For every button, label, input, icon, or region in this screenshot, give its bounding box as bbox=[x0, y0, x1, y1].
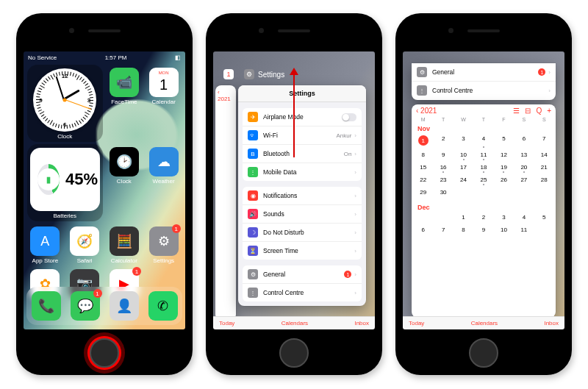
day-cell[interactable]: 4 bbox=[473, 133, 493, 148]
day-cell[interactable]: 15 bbox=[413, 162, 433, 173]
day-cell[interactable]: 7 bbox=[433, 224, 453, 235]
day-cell[interactable]: 9 bbox=[433, 149, 453, 160]
chevron-right-icon: › bbox=[548, 88, 551, 94]
home-button[interactable] bbox=[279, 338, 309, 368]
day-cell[interactable]: 21 bbox=[534, 162, 554, 173]
calendar-card-peek[interactable]: ‹ 2021 bbox=[215, 85, 236, 321]
day-cell[interactable]: 11 bbox=[514, 224, 534, 235]
day-cell[interactable]: 14 bbox=[534, 149, 554, 160]
day-cell[interactable]: 13 bbox=[514, 149, 534, 160]
toggle[interactable] bbox=[342, 113, 356, 121]
tab-inbox[interactable]: Inbox bbox=[544, 320, 559, 326]
tab-inbox[interactable]: Inbox bbox=[354, 320, 369, 326]
dock[interactable]: 📞💬1👤✆ bbox=[26, 287, 182, 325]
day-cell[interactable]: 20 bbox=[514, 162, 534, 173]
day-cell[interactable]: 18 bbox=[473, 162, 493, 173]
app-app-store[interactable]: AApp Store bbox=[27, 224, 63, 264]
day-cell[interactable]: 3 bbox=[494, 212, 514, 223]
settings-row-general[interactable]: ⚙General1› bbox=[412, 63, 556, 82]
day-cell[interactable]: 8 bbox=[413, 149, 433, 160]
day-cell[interactable]: 29 bbox=[413, 187, 433, 198]
app-switcher[interactable]: ⚙General1›⋮Control Centre› ‹ 2021 ☰⊟Q+ M… bbox=[403, 51, 564, 329]
app-icon: 📹 bbox=[110, 68, 139, 97]
app-facetime[interactable]: 📹FaceTime bbox=[107, 65, 143, 142]
settings-row-mobile-data[interactable]: ⋮Mobile Data› bbox=[243, 163, 362, 181]
tab-calendars[interactable]: Calendars bbox=[471, 320, 498, 326]
day-cell[interactable]: 16 bbox=[433, 162, 453, 173]
dock-app-phone[interactable]: 📞 bbox=[32, 291, 61, 321]
day-cell[interactable]: 10 bbox=[494, 224, 514, 235]
settings-row-control-centre[interactable]: ⋮Control Centre› bbox=[243, 284, 362, 301]
dock-app-contacts[interactable]: 👤 bbox=[110, 291, 139, 321]
settings-card-top[interactable]: ⚙General1›⋮Control Centre› bbox=[412, 63, 556, 100]
day-cell[interactable]: 22 bbox=[413, 174, 433, 185]
day-cell[interactable]: 11 bbox=[473, 149, 493, 160]
day-cell[interactable]: 4 bbox=[514, 212, 534, 223]
day-cell[interactable]: 24 bbox=[453, 174, 473, 185]
calendar-card[interactable]: ‹ 2021 ☰⊟Q+ MTWTFSS Nov12345678910111213… bbox=[412, 104, 556, 318]
day-cell[interactable]: 5 bbox=[534, 212, 554, 223]
settings-row-bluetooth[interactable]: BBluetoothOn› bbox=[243, 145, 362, 163]
settings-row-do-not-disturb[interactable]: ☽Do Not Disturb› bbox=[243, 224, 362, 242]
cal-tool-1[interactable]: ⊟ bbox=[525, 107, 531, 115]
day-cell[interactable]: 23 bbox=[433, 174, 453, 185]
tab-calendars[interactable]: Calendars bbox=[282, 320, 308, 326]
cal-tool-3[interactable]: + bbox=[547, 107, 551, 115]
battery-ring-icon: ▮ bbox=[37, 164, 60, 195]
app-calendar[interactable]: MON1Calendar bbox=[146, 65, 182, 142]
clock-widget[interactable]: 12369Clock bbox=[27, 65, 103, 142]
day-cell[interactable]: 7 bbox=[534, 133, 554, 148]
day-cell[interactable]: 2 bbox=[473, 212, 493, 223]
day-cell[interactable]: 19 bbox=[494, 162, 514, 173]
home-screen[interactable]: No Service 1:57 PM ◧ 12369Clock📹FaceTime… bbox=[24, 51, 185, 329]
day-cell[interactable]: 1 bbox=[453, 212, 473, 223]
day-cell[interactable]: 9 bbox=[473, 224, 493, 235]
dock-app-whatsapp[interactable]: ✆ bbox=[148, 291, 178, 321]
app-switcher[interactable]: 1 ⚙ Settings ‹ 2021 Settings ✈Airplane M… bbox=[213, 51, 375, 329]
settings-row-airplane-mode[interactable]: ✈Airplane Mode bbox=[243, 108, 362, 126]
day-cell[interactable]: 17 bbox=[453, 162, 473, 173]
row-label: General bbox=[432, 68, 454, 76]
settings-card[interactable]: Settings ✈Airplane ModeᯤWi-FiAnkur›BBlue… bbox=[238, 85, 366, 306]
calendar-back[interactable]: ‹ 2021 bbox=[215, 85, 236, 106]
phone-switcher-calendar: ⚙General1›⋮Control Centre› ‹ 2021 ☰⊟Q+ M… bbox=[395, 13, 572, 375]
settings-row-general[interactable]: ⚙General1› bbox=[243, 265, 362, 284]
app-settings[interactable]: ⚙1Settings bbox=[146, 224, 182, 264]
cal-tool-2[interactable]: Q bbox=[536, 107, 542, 115]
settings-row-sounds[interactable]: 🔊Sounds› bbox=[243, 205, 362, 224]
day-cell[interactable]: 1 bbox=[413, 133, 433, 148]
day-cell[interactable]: 10 bbox=[453, 149, 473, 160]
dock-app-messages[interactable]: 💬1 bbox=[71, 291, 100, 321]
day-cell[interactable]: 6 bbox=[413, 224, 433, 235]
battery-widget[interactable]: ▮45%Batteries bbox=[27, 144, 103, 221]
day-cell[interactable]: 8 bbox=[453, 224, 473, 235]
home-button[interactable] bbox=[90, 338, 119, 368]
app-clock[interactable]: 🕑Clock bbox=[107, 144, 143, 221]
day-cell[interactable]: 6 bbox=[514, 133, 534, 148]
home-grid: 12369Clock📹FaceTimeMON1Calendar▮45%Batte… bbox=[27, 65, 182, 285]
day-cell[interactable]: 12 bbox=[494, 149, 514, 160]
chevron-right-icon: › bbox=[354, 271, 356, 278]
settings-row-wi-fi[interactable]: ᯤWi-FiAnkur› bbox=[243, 126, 362, 145]
cal-tool-0[interactable]: ☰ bbox=[513, 107, 520, 115]
app-weather[interactable]: ☁Weather bbox=[146, 144, 182, 221]
settings-row-notifications[interactable]: ◉Notifications› bbox=[243, 187, 362, 205]
calendar-back[interactable]: ‹ 2021 bbox=[416, 107, 437, 115]
day-cell[interactable]: 26 bbox=[494, 174, 514, 185]
settings-row-screen-time[interactable]: ⏳Screen Time› bbox=[243, 242, 362, 260]
day-cell[interactable]: 30 bbox=[433, 187, 453, 198]
day-cell[interactable]: 2 bbox=[433, 133, 453, 148]
day-cell[interactable]: 3 bbox=[453, 133, 473, 148]
app-calculator[interactable]: 🧮Calculator bbox=[107, 224, 143, 264]
tab-today[interactable]: Today bbox=[409, 320, 424, 326]
day-cell[interactable]: 27 bbox=[514, 174, 534, 185]
day-cell[interactable]: 5 bbox=[494, 133, 514, 148]
settings-row-control-centre[interactable]: ⋮Control Centre› bbox=[412, 82, 556, 99]
day-cell[interactable]: 25 bbox=[473, 174, 493, 185]
app-safari[interactable]: 🧭Safari bbox=[67, 224, 103, 264]
widget-label: Clock bbox=[27, 133, 103, 140]
earpiece bbox=[88, 29, 121, 32]
home-button[interactable] bbox=[469, 338, 498, 368]
day-cell[interactable]: 28 bbox=[534, 174, 554, 185]
tab-today[interactable]: Today bbox=[219, 320, 234, 326]
